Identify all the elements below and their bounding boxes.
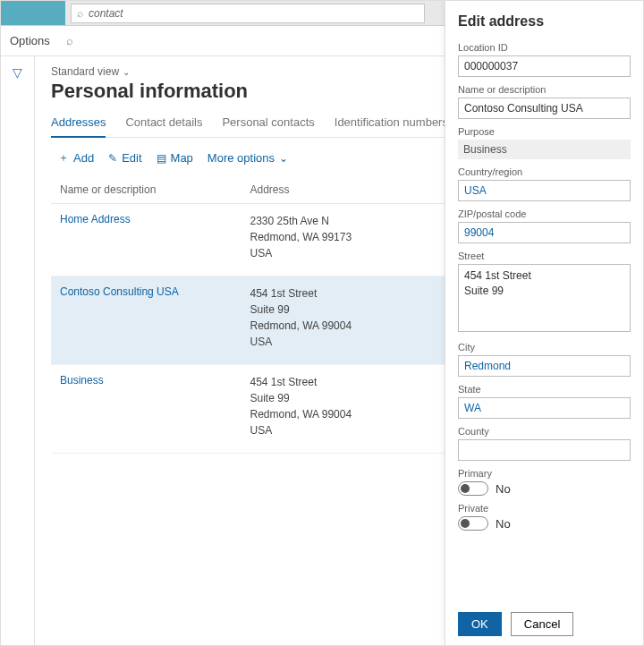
label-primary: Primary <box>458 468 631 479</box>
field-state: State <box>458 384 631 419</box>
input-name[interactable] <box>458 98 631 119</box>
field-purpose: Purpose Business <box>458 126 631 159</box>
field-county: County <box>458 426 631 461</box>
edit-address-pane: Edit address Location ID Name or descrip… <box>445 1 643 645</box>
view-label: Standard view <box>51 65 119 78</box>
field-name: Name or description <box>458 84 631 119</box>
label-private: Private <box>458 503 631 514</box>
cancel-button[interactable]: Cancel <box>511 612 573 636</box>
map-label: Map <box>171 151 193 165</box>
cell-name[interactable]: Home Address <box>51 204 242 276</box>
edit-button[interactable]: ✎Edit <box>108 151 141 165</box>
label-country: Country/region <box>458 166 631 177</box>
label-state: State <box>458 384 631 395</box>
tab-addresses[interactable]: Addresses <box>51 115 106 138</box>
col-name[interactable]: Name or description <box>51 176 242 204</box>
col-address[interactable]: Address <box>242 176 472 204</box>
input-country[interactable] <box>458 180 631 201</box>
input-state[interactable] <box>458 397 631 419</box>
input-city[interactable] <box>458 355 631 377</box>
field-country: Country/region <box>458 166 631 201</box>
label-zip: ZIP/postal code <box>458 208 631 219</box>
input-location-id[interactable] <box>458 55 631 77</box>
pane-footer: OK Cancel <box>458 601 631 636</box>
filter-icon[interactable]: ▽ <box>13 65 22 645</box>
chevron-down-icon: ⌄ <box>279 152 288 165</box>
add-label: Add <box>73 151 94 165</box>
map-icon: ▤ <box>157 152 166 165</box>
toolbar-search-icon[interactable]: ⌕ <box>66 34 73 47</box>
add-button[interactable]: ＋Add <box>58 150 94 166</box>
toggle-private-value: No <box>496 517 511 531</box>
pane-title: Edit address <box>458 13 631 30</box>
toggle-primary[interactable] <box>458 481 488 496</box>
ok-button[interactable]: OK <box>458 612 502 636</box>
cell-address: 2330 25th Ave NRedmond, WA 99173USA <box>242 204 472 276</box>
tab-identification-numbers[interactable]: Identification numbers <box>335 115 448 137</box>
cell-name[interactable]: Contoso Consulting USA <box>51 276 242 365</box>
toggle-private[interactable] <box>458 516 488 531</box>
field-private: Private No <box>458 503 631 531</box>
input-county[interactable] <box>458 439 631 461</box>
tab-personal-contacts[interactable]: Personal contacts <box>222 115 314 137</box>
global-search-input[interactable] <box>89 7 419 20</box>
search-icon: ⌕ <box>77 7 83 20</box>
label-location-id: Location ID <box>458 42 631 53</box>
global-search-wrap: ⌕ <box>71 4 425 23</box>
field-street: Street <box>458 251 631 335</box>
toggle-primary-value: No <box>496 482 511 496</box>
more-label: More options <box>208 151 275 165</box>
field-primary: Primary No <box>458 468 631 496</box>
cell-name[interactable]: Business <box>51 365 242 454</box>
pencil-icon: ✎ <box>108 152 117 165</box>
chevron-down-icon: ⌄ <box>123 67 130 77</box>
plus-icon: ＋ <box>58 150 69 166</box>
field-location-id: Location ID <box>458 42 631 77</box>
readonly-purpose: Business <box>458 140 631 159</box>
input-zip[interactable] <box>458 222 631 243</box>
cell-address: 454 1st StreetSuite 99Redmond, WA 99004U… <box>242 276 472 365</box>
map-button[interactable]: ▤Map <box>157 151 193 165</box>
edit-label: Edit <box>122 151 141 165</box>
label-street: Street <box>458 251 631 261</box>
field-zip: ZIP/postal code <box>458 208 631 243</box>
label-city: City <box>458 342 631 353</box>
cell-address: 454 1st StreetSuite 99Redmond, WA 99004U… <box>242 365 472 454</box>
global-search[interactable]: ⌕ <box>71 4 425 23</box>
app-brand-block <box>1 1 65 25</box>
label-purpose: Purpose <box>458 126 631 137</box>
input-street[interactable] <box>458 264 631 332</box>
tab-contact-details[interactable]: Contact details <box>125 115 202 137</box>
options-menu[interactable]: Options <box>10 34 50 47</box>
left-gutter: ▽ <box>1 56 35 645</box>
field-city: City <box>458 342 631 377</box>
label-county: County <box>458 426 631 437</box>
more-options-button[interactable]: More options⌄ <box>208 151 288 165</box>
label-name: Name or description <box>458 84 631 95</box>
